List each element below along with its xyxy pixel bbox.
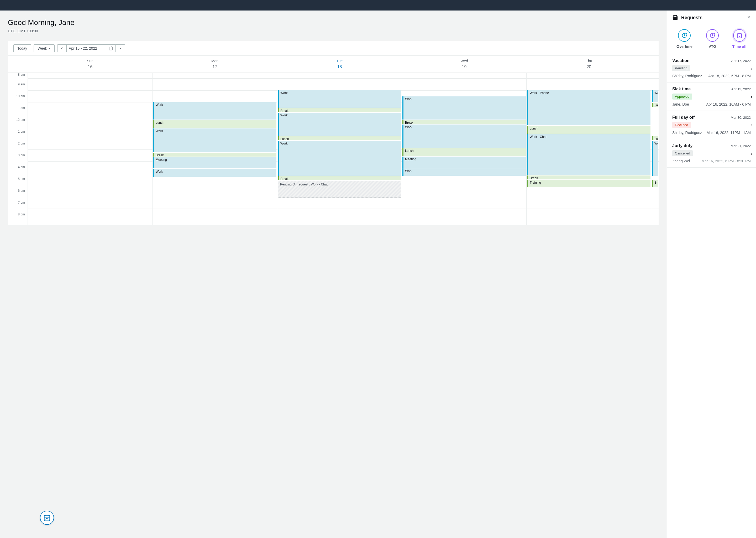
- schedule-fab-button[interactable]: [40, 511, 54, 525]
- request-person: Shirley, Rodriguez: [672, 74, 702, 78]
- request-title: Sick time: [672, 87, 691, 91]
- day-name: Wed: [402, 59, 527, 63]
- calendar-toolbar: Today Week Apr 16 - 22, 2022: [8, 41, 659, 56]
- request-type-timeoff[interactable]: Time off: [732, 29, 746, 49]
- prev-button[interactable]: [58, 45, 67, 52]
- main-content: Good Morning, Jane UTC, GMT +00:00 Today…: [0, 11, 667, 538]
- day-header-tue[interactable]: Tue18: [277, 56, 402, 73]
- calendar-event[interactable]: Lunch: [153, 120, 276, 128]
- request-item[interactable]: Full day offMar 30, 2022DeclinedShirley,…: [667, 111, 756, 139]
- calendar-event[interactable]: Da: [652, 103, 658, 107]
- calendar-event[interactable]: Pending OT request : Work - Chat: [278, 181, 401, 198]
- date-navigation: Apr 16 - 22, 2022: [57, 44, 125, 52]
- calendar-event[interactable]: Work: [402, 96, 526, 120]
- day-number: 17: [153, 65, 277, 69]
- time-gutter-spacer: [8, 56, 28, 73]
- calendar-event[interactable]: Work: [278, 90, 401, 108]
- hour-label: 8 pm: [8, 215, 27, 225]
- calendar-event[interactable]: Meeting: [402, 157, 526, 168]
- calendar-event[interactable]: Break: [402, 120, 526, 124]
- request-list: VacationApr 17, 2022PendingShirley, Rodr…: [667, 54, 756, 538]
- day-header-thu[interactable]: Thu20: [527, 56, 651, 73]
- calendar-event[interactable]: Lunch: [527, 126, 650, 134]
- request-item[interactable]: VacationApr 17, 2022PendingShirley, Rodr…: [667, 54, 756, 82]
- request-detail-time: Apr 18, 2022, 6PM - 8 PM: [708, 74, 751, 78]
- request-title: Vacation: [672, 58, 689, 63]
- request-detail-time: Apr 16, 2022, 10AM - 6 PM: [706, 102, 751, 106]
- calendar-event[interactable]: Break: [527, 176, 650, 180]
- calendar-event[interactable]: Lu: [652, 136, 658, 140]
- calendar-container: Today Week Apr 16 - 22, 2022: [8, 41, 659, 225]
- day-headers: Sun16Mon17Tue18Wed19Thu20: [8, 56, 659, 73]
- request-detail-time: Mar 16, 2022, 6 PM - 8:30 PM: [701, 159, 751, 163]
- request-type-overtime[interactable]: Overtime: [677, 29, 692, 49]
- view-selector-button[interactable]: Week: [34, 44, 55, 52]
- calendar-event[interactable]: Work: [402, 125, 526, 148]
- calendar-event[interactable]: Wo: [652, 141, 658, 176]
- request-item[interactable]: Sick timeApr 13, 2022ApprovedJane, DoeAp…: [667, 82, 756, 111]
- status-badge: Pending: [672, 65, 690, 71]
- calendar-event[interactable]: Wo: [652, 90, 658, 102]
- requests-sidebar: Requests Overtime VTO: [667, 11, 756, 538]
- day-column-thu[interactable]: Work - PhoneLunchWork - ChatBreakTrainin…: [527, 73, 651, 225]
- timeoff-label: Time off: [732, 44, 746, 49]
- request-item[interactable]: Jurty dutyMar 21, 2022CancelledZhang Wei…: [667, 139, 756, 168]
- calendar-event[interactable]: Training: [527, 180, 650, 187]
- next-button[interactable]: [116, 45, 125, 52]
- calendar-event[interactable]: Work: [153, 129, 276, 152]
- calendar-event[interactable]: Lunch: [402, 148, 526, 156]
- calendar-event[interactable]: Work: [278, 113, 401, 136]
- status-badge: Declined: [672, 122, 691, 128]
- sidebar-title: Requests: [681, 15, 702, 21]
- request-submitted-date: Mar 30, 2022: [731, 116, 751, 120]
- calendar-event[interactable]: Break: [153, 153, 276, 157]
- day-column-sun[interactable]: [28, 73, 153, 225]
- chevron-right-icon: ›: [751, 65, 752, 71]
- day-header-sun[interactable]: Sun16: [28, 56, 153, 73]
- day-column-wed[interactable]: WorkBreakWorkLunchMeetingWork: [402, 73, 527, 225]
- request-detail-time: Mar 16, 2022, 11PM - 1AM: [707, 131, 751, 135]
- calendar-picker-button[interactable]: [106, 45, 116, 52]
- calendar-event[interactable]: Break: [278, 108, 401, 112]
- today-button[interactable]: Today: [13, 44, 31, 52]
- greeting-heading: Good Morning, Jane: [8, 19, 659, 27]
- close-sidebar-button[interactable]: [746, 15, 751, 21]
- day-header-wed[interactable]: Wed19: [402, 56, 527, 73]
- day-number: 16: [28, 65, 153, 69]
- day-column-fri-partial[interactable]: WoDaLuWoBr: [651, 73, 659, 225]
- svg-rect-15: [737, 34, 741, 38]
- request-person: Jane, Doe: [672, 102, 689, 106]
- status-badge: Approved: [672, 93, 692, 100]
- calendar-event[interactable]: Meeting: [153, 157, 276, 168]
- chevron-right-icon: ›: [751, 150, 752, 156]
- status-badge: Cancelled: [672, 150, 693, 156]
- calendar-chart-icon: [43, 514, 51, 521]
- vto-icon: [706, 29, 719, 42]
- calendar-event[interactable]: Break: [278, 176, 401, 180]
- day-column-mon[interactable]: WorkLunchWorkBreakMeetingWork: [153, 73, 277, 225]
- time-axis: 8 am9 am10 am11 am12 pm1 pm2 pm3 pm4 pm5…: [8, 73, 28, 225]
- day-header-mon[interactable]: Mon17: [153, 56, 277, 73]
- request-type-vto[interactable]: VTO: [706, 29, 719, 49]
- date-range-label: Apr 16 - 22, 2022: [67, 45, 106, 51]
- calendar-event[interactable]: Work - Phone: [527, 90, 650, 125]
- svg-rect-0: [109, 47, 112, 50]
- calendar-event[interactable]: Work - Chat: [527, 134, 650, 175]
- calendar-event[interactable]: Work: [278, 141, 401, 176]
- calendar-event[interactable]: Work: [153, 102, 276, 120]
- calendar-icon: [109, 46, 113, 50]
- calendar-event[interactable]: Work: [153, 169, 276, 177]
- request-submitted-date: Apr 13, 2022: [731, 87, 751, 91]
- inbox-icon: [672, 15, 678, 21]
- request-submitted-date: Mar 21, 2022: [731, 144, 751, 148]
- day-name: Mon: [153, 59, 277, 63]
- request-person: Shirley, Rodriguez: [672, 131, 702, 135]
- calendar-event[interactable]: Br: [652, 180, 658, 187]
- overtime-icon: [678, 29, 691, 42]
- day-number: 18: [277, 65, 402, 69]
- caret-down-icon: [49, 48, 51, 49]
- day-name: Thu: [527, 59, 651, 63]
- day-column-tue[interactable]: WorkBreakWorkLunchWorkBreakPending OT re…: [277, 73, 402, 225]
- calendar-event[interactable]: Work: [402, 168, 526, 176]
- calendar-event[interactable]: Lunch: [278, 136, 401, 140]
